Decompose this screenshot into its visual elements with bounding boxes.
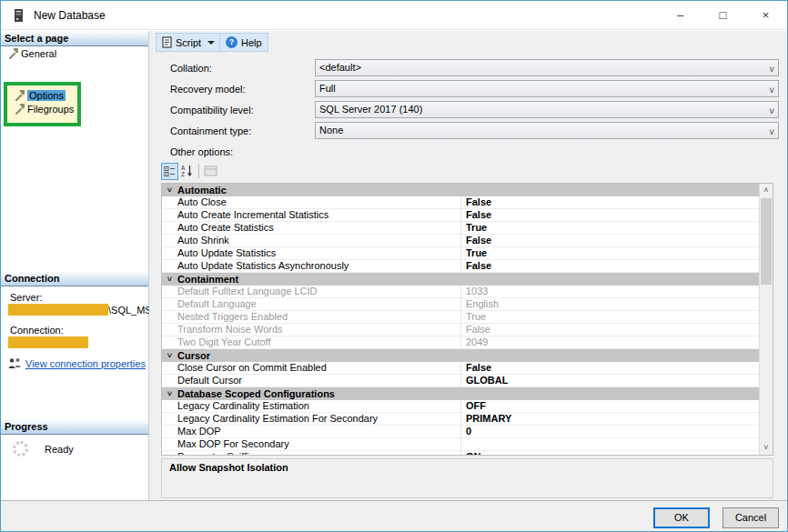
compatibility-level-select[interactable]: SQL Server 2017 (140) ˅ [315, 101, 779, 118]
grid-row: Default Language English [162, 298, 759, 311]
sidebar: Select a page General [1, 31, 149, 500]
sort-az-icon: A Z [181, 165, 194, 177]
chevron-down-icon: ˅ [162, 275, 177, 284]
annotation-highlight-box: Options Filegroups [4, 82, 81, 126]
categorized-view-button[interactable] [161, 163, 178, 180]
grid-row[interactable]: Auto Create Statistics True [162, 222, 759, 235]
chevron-down-icon[interactable] [207, 41, 215, 45]
select-page-header: Select a page [1, 31, 148, 46]
property-pages-button-disabled [202, 163, 219, 180]
grid-row[interactable]: Default Cursor GLOBAL [162, 375, 759, 387]
dialog-footer: OK Cancel [1, 500, 787, 531]
cancel-button[interactable]: Cancel [722, 507, 779, 528]
help-label: Help [241, 37, 262, 48]
wrench-icon [14, 90, 25, 101]
category-label: Automatic [177, 185, 227, 196]
ok-button[interactable]: OK [653, 507, 710, 528]
grid-row[interactable]: Legacy Cardinality Estimation For Second… [162, 413, 759, 426]
progress-spinner-icon [13, 441, 28, 457]
window-title: New Database [34, 9, 106, 22]
server-label: Server: [10, 292, 42, 303]
view-connection-properties[interactable]: View connection properties [7, 357, 146, 369]
script-label: Script [176, 37, 201, 48]
category-header-automatic[interactable]: ˅ Automatic [162, 184, 759, 196]
property-description-panel: Allow Snapshot Isolation [161, 458, 773, 498]
script-icon [162, 36, 172, 48]
category-label: Database Scoped Configurations [177, 388, 335, 399]
grid-row[interactable]: Auto Update Statistics True [162, 247, 759, 260]
svg-text:Z: Z [181, 171, 185, 177]
sidebar-item-general[interactable]: General [1, 47, 148, 60]
window-controls: – □ × [659, 1, 787, 30]
link-label: View connection properties [25, 358, 146, 369]
property-grid-toolbar: A Z [161, 162, 219, 180]
progress-header: Progress [1, 419, 148, 435]
progress-status: Ready [45, 444, 74, 455]
title-bar: New Database – □ × [1, 1, 787, 30]
compatibility-level-value: SQL Server 2017 (140) [319, 104, 422, 115]
chevron-down-icon: ˅ [769, 83, 774, 98]
grid-row[interactable]: Legacy Cardinality Estimation OFF [162, 400, 759, 413]
grid-section-cursor: ˅ Cursor Close Cursor on Commit Enabled … [162, 349, 759, 387]
recovery-model-select[interactable]: Full ˅ [315, 80, 779, 97]
sidebar-item-options[interactable]: Options [7, 89, 76, 102]
chevron-down-icon: ˅ [769, 62, 774, 77]
scrollbar-up-arrow-icon[interactable]: ˄ [760, 184, 773, 197]
wrench-icon [14, 104, 25, 115]
options-page-panel: Script ? Help Collation: <default> ˅ Rec… [149, 31, 787, 500]
grid-row[interactable]: Auto Shrink False [162, 235, 759, 247]
help-button[interactable]: ? Help [219, 33, 268, 52]
svg-text:A: A [181, 165, 186, 171]
collation-value: <default> [319, 62, 361, 73]
close-button[interactable]: × [744, 1, 787, 30]
connection-header: Connection [1, 271, 148, 286]
alphabetical-sort-button[interactable]: A Z [178, 163, 196, 180]
connection-name-redaction [8, 336, 88, 348]
chevron-down-icon: ˅ [162, 351, 177, 360]
chevron-down-icon: ˅ [162, 389, 177, 398]
vertical-scrollbar[interactable]: ˄ ˅ [759, 184, 773, 455]
chevron-down-icon: ˅ [769, 104, 774, 119]
database-window-icon [13, 8, 25, 23]
grid-row[interactable]: Auto Update Statistics Asynchronously Fa… [162, 260, 759, 273]
sidebar-item-label-selected: Options [27, 90, 66, 101]
containment-type-value: None [319, 125, 343, 136]
property-grid-rows: ˅ Automatic Auto Close False Auto Create… [162, 184, 759, 455]
collation-select[interactable]: <default> ˅ [315, 59, 779, 76]
people-icon [7, 357, 22, 369]
maximize-button[interactable]: □ [702, 1, 744, 30]
wrench-icon [7, 48, 18, 59]
chevron-down-icon: ˅ [162, 186, 177, 195]
collation-label: Collation: [170, 63, 212, 74]
grid-row[interactable]: Parameter Sniffing ON [162, 451, 759, 455]
category-label: Containment [177, 274, 238, 285]
grid-row[interactable]: Max DOP 0 [162, 426, 759, 438]
options-property-grid: ˅ Automatic Auto Close False Auto Create… [161, 183, 773, 456]
grid-row[interactable]: Close Cursor on Commit Enabled False [162, 362, 759, 375]
scrollbar-thumb[interactable] [761, 198, 772, 285]
minimize-button[interactable]: – [659, 1, 702, 30]
recovery-model-value: Full [319, 83, 336, 94]
categorized-icon [164, 166, 176, 177]
script-button[interactable]: Script [156, 33, 221, 52]
recovery-model-label: Recovery model: [170, 84, 246, 95]
grid-row: Two Digit Year Cutoff 2049 [162, 336, 759, 349]
category-header-cursor[interactable]: ˅ Cursor [162, 349, 759, 362]
category-header-containment[interactable]: ˅ Containment [162, 273, 759, 286]
other-options-label: Other options: [170, 146, 233, 157]
grid-section-automatic: ˅ Automatic Auto Close False Auto Create… [162, 184, 759, 273]
scrollbar-down-arrow-icon[interactable]: ˅ [760, 441, 773, 455]
toolbar-separator [198, 164, 199, 178]
containment-type-select[interactable]: None ˅ [315, 122, 779, 139]
sidebar-item-label: General [21, 48, 56, 59]
sidebar-item-filegroups[interactable]: Filegroups [7, 103, 76, 115]
grid-row: Nested Triggers Enabled True [162, 311, 759, 324]
category-header-database-scoped-configurations[interactable]: ˅ Database Scoped Configurations [162, 387, 759, 400]
grid-row[interactable]: Auto Close False [162, 196, 759, 209]
grid-row[interactable]: Max DOP For Secondary [162, 438, 759, 451]
server-name-redaction [8, 304, 108, 316]
containment-type-label: Containment type: [170, 125, 251, 136]
property-description-text: Allow Snapshot Isolation [169, 462, 288, 473]
grid-row[interactable]: Auto Create Incremental Statistics False [162, 209, 759, 222]
grid-row: Transform Noise Words False [162, 324, 759, 336]
